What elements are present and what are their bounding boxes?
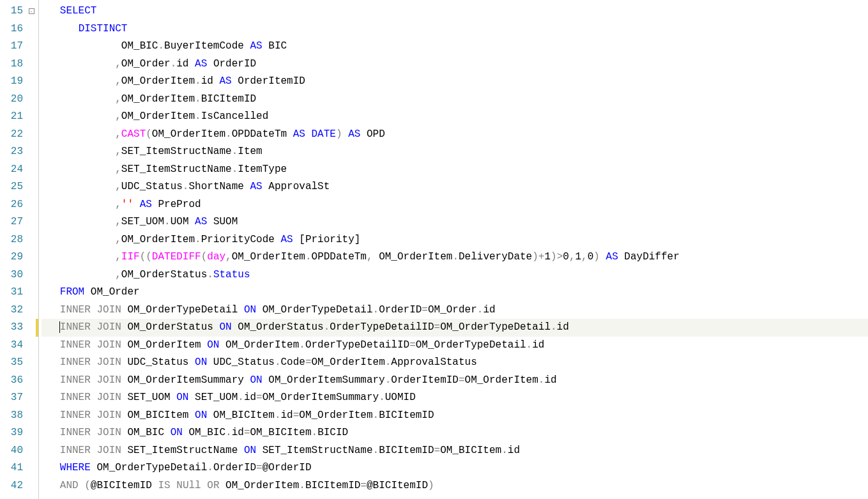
code-line[interactable]: ,CAST(OM_OrderItem.OPDDateTm AS DATE) AS… bbox=[42, 126, 868, 144]
token-punct: , bbox=[115, 111, 121, 122]
token-kw-pink: DATEDIFF bbox=[152, 251, 201, 263]
token-identifier: BICItemID bbox=[379, 445, 434, 456]
code-line[interactable]: ,OM_OrderItem.IsCancelled bbox=[42, 108, 868, 126]
token-kw-blue: ON bbox=[195, 357, 207, 368]
token-kw-blue: SELECT bbox=[60, 5, 97, 17]
token-op: = bbox=[360, 480, 367, 491]
token-kw-gray: JOIN bbox=[96, 339, 121, 351]
line-number: 33 bbox=[6, 319, 23, 337]
token-op: . bbox=[551, 321, 557, 333]
fold-slot bbox=[27, 126, 36, 144]
token-identifier bbox=[91, 392, 97, 403]
code-line[interactable]: FROM OM_Order bbox=[42, 284, 868, 302]
code-line[interactable]: WHERE OM_OrderTypeDetail.OrderID=@OrderI… bbox=[42, 459, 868, 477]
token-punct: , bbox=[115, 75, 121, 87]
token-kw-gray: JOIN bbox=[96, 392, 121, 403]
code-line[interactable]: ,OM_OrderItem.id AS OrderItemID bbox=[42, 73, 868, 91]
token-punct: , bbox=[581, 251, 588, 263]
token-kw-blue: FROM bbox=[60, 286, 84, 298]
code-line[interactable]: ,UDC_Status.ShortName AS ApprovalSt bbox=[42, 178, 868, 196]
token-kw-blue: ON bbox=[171, 427, 183, 438]
fold-slot bbox=[27, 143, 36, 161]
fold-slot bbox=[27, 424, 36, 442]
fold-slot bbox=[27, 477, 36, 495]
token-op: . bbox=[207, 462, 213, 473]
code-line[interactable]: ,OM_OrderItem.PriorityCode AS [Priority] bbox=[42, 231, 868, 249]
code-line[interactable]: INNER JOIN OM_OrderItem ON OM_OrderItem.… bbox=[42, 337, 868, 355]
token-identifier: UOM bbox=[171, 216, 195, 227]
token-identifier: [Priority] bbox=[299, 234, 360, 245]
token-kw-blue: ON bbox=[176, 392, 188, 403]
token-identifier: OM_OrderTypeDetail bbox=[416, 339, 526, 351]
code-line[interactable]: ,OM_Order.id AS OrderID bbox=[42, 56, 868, 73]
token-identifier bbox=[342, 128, 349, 140]
code-line[interactable]: INNER JOIN UDC_Status ON UDC_Status.Code… bbox=[42, 354, 868, 372]
token-punct: , bbox=[115, 181, 121, 192]
token-op: . bbox=[171, 58, 177, 70]
fold-minus-icon[interactable]: - bbox=[29, 8, 34, 14]
code-line[interactable]: ,SET_UOM.UOM AS SUOM bbox=[42, 213, 868, 231]
code-line[interactable]: INNER JOIN OM_OrderTypeDetail ON OM_Orde… bbox=[42, 302, 868, 319]
line-number: 17 bbox=[6, 38, 23, 56]
token-op: = bbox=[409, 339, 416, 351]
code-line[interactable]: DISTINCT bbox=[42, 20, 868, 38]
code-line[interactable]: INNER JOIN SET_ItemStructName ON SET_Ite… bbox=[42, 442, 868, 460]
code-line[interactable]: ,SET_ItemStructName.Item bbox=[42, 143, 868, 161]
token-kw-gray: IS bbox=[158, 480, 170, 491]
line-number: 24 bbox=[6, 161, 23, 179]
token-kw-blue: AS bbox=[219, 75, 231, 87]
code-line[interactable]: ,IIF((DATEDIFF(day,OM_OrderItem.OPDDateT… bbox=[42, 249, 868, 266]
token-op: . bbox=[232, 164, 238, 175]
token-kw-blue: AS bbox=[195, 58, 207, 70]
token-kw-gray: INNER bbox=[60, 392, 91, 403]
code-line[interactable]: ,OM_OrderItem.BICItemID bbox=[42, 91, 868, 109]
code-line[interactable]: INNER JOIN OM_OrderItemSummary ON OM_Ord… bbox=[42, 372, 868, 390]
token-op: + bbox=[538, 251, 545, 263]
token-identifier: OM_OrderItem bbox=[121, 339, 207, 351]
token-kw-blue: WHERE bbox=[60, 462, 91, 473]
line-number: 39 bbox=[6, 424, 23, 442]
token-identifier bbox=[305, 128, 312, 140]
line-number: 40 bbox=[6, 442, 23, 460]
token-identifier: id bbox=[532, 339, 544, 351]
token-identifier: IsCancelled bbox=[201, 111, 269, 122]
code-line[interactable]: AND (@BICItemID IS NUll OR OM_OrderItem.… bbox=[42, 477, 868, 495]
token-op: . bbox=[238, 392, 244, 403]
token-identifier: OM_BICItem bbox=[440, 445, 501, 456]
code-line[interactable]: ,SET_ItemStructName.ItemType bbox=[42, 161, 868, 179]
code-line[interactable]: INNER JOIN OM_BIC ON OM_BIC.id=OM_BICIte… bbox=[42, 424, 868, 442]
token-kw-gray: JOIN bbox=[96, 427, 121, 438]
code-line[interactable]: INNER JOIN OM_OrderStatus ON OM_OrderSta… bbox=[42, 319, 868, 337]
token-op: . bbox=[158, 40, 164, 52]
token-identifier: OM_OrderTypeDetail bbox=[121, 304, 244, 316]
token-kw-blue: ON bbox=[244, 445, 256, 456]
line-number: 25 bbox=[6, 178, 23, 196]
fold-slot bbox=[27, 91, 36, 109]
code-line[interactable]: INNER JOIN SET_UOM ON SET_UOM.id=OM_Orde… bbox=[42, 389, 868, 407]
token-identifier: BICItemID bbox=[201, 93, 256, 105]
token-paren: ) bbox=[551, 251, 557, 263]
token-op: = bbox=[256, 462, 263, 473]
token-identifier: id bbox=[232, 427, 244, 438]
token-op: = bbox=[244, 427, 250, 438]
fold-column: - bbox=[27, 0, 36, 499]
token-identifier: OM_OrderStatus bbox=[121, 321, 220, 333]
line-number: 34 bbox=[6, 337, 23, 355]
token-op: . bbox=[379, 392, 385, 403]
code-line[interactable]: OM_BIC.BuyerItemCode AS BIC bbox=[42, 38, 868, 56]
fold-slot bbox=[27, 337, 36, 355]
token-op: . bbox=[324, 321, 330, 333]
token-op: . bbox=[299, 339, 305, 351]
token-identifier: BuyerItemCode bbox=[164, 40, 250, 52]
code-line[interactable]: INNER JOIN OM_BICItem ON OM_BICItem.id=O… bbox=[42, 407, 868, 425]
fold-slot[interactable]: - bbox=[27, 3, 36, 20]
code-line[interactable]: ,'' AS PreProd bbox=[42, 196, 868, 214]
token-kw-gray: INNER bbox=[60, 304, 91, 316]
code-line[interactable]: SELECT bbox=[42, 3, 868, 20]
token-kw-blue: AS bbox=[195, 216, 207, 227]
token-identifier: SET_ItemStructName bbox=[121, 146, 232, 157]
token-identifier: SET_UOM bbox=[188, 392, 238, 403]
code-area[interactable]: SELECT DISTINCT OM_BIC.BuyerItemCode AS … bbox=[39, 0, 868, 499]
code-line[interactable]: ,OM_OrderStatus.Status bbox=[42, 266, 868, 284]
token-kw-gray: INNER bbox=[60, 357, 91, 368]
